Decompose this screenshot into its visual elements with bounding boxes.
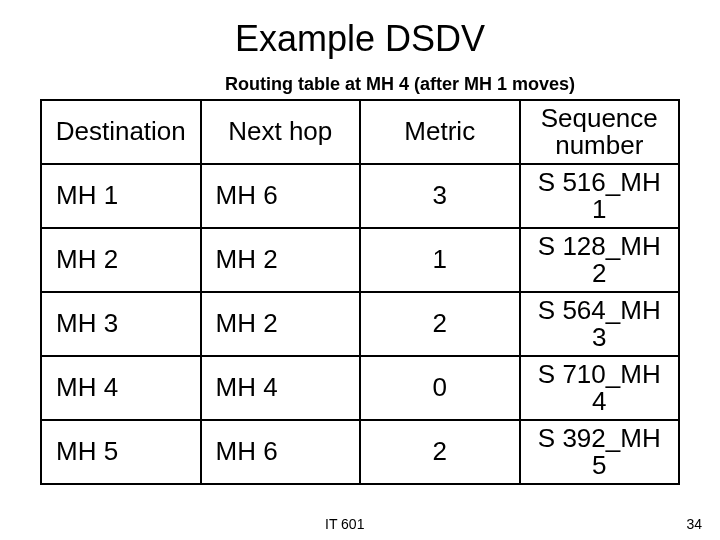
cell-destination: MH 3 (41, 292, 201, 356)
cell-next-hop: MH 4 (201, 356, 361, 420)
table-row: MH 3 MH 2 2 S 564_MH 3 (41, 292, 679, 356)
routing-table: Destination Next hop Metric Sequence num… (40, 99, 680, 485)
table-row: MH 4 MH 4 0 S 710_MH 4 (41, 356, 679, 420)
cell-metric: 0 (360, 356, 520, 420)
table-row: MH 1 MH 6 3 S 516_MH 1 (41, 164, 679, 228)
cell-metric: 2 (360, 420, 520, 484)
col-metric: Metric (360, 100, 520, 164)
col-destination: Destination (41, 100, 201, 164)
slide-title: Example DSDV (0, 0, 720, 60)
cell-destination: MH 4 (41, 356, 201, 420)
cell-metric: 2 (360, 292, 520, 356)
cell-sequence: S 710_MH 4 (520, 356, 680, 420)
cell-destination: MH 2 (41, 228, 201, 292)
footer-page-number: 34 (686, 516, 702, 532)
col-next-hop: Next hop (201, 100, 361, 164)
table-row: MH 5 MH 6 2 S 392_MH 5 (41, 420, 679, 484)
cell-destination: MH 5 (41, 420, 201, 484)
col-sequence: Sequence number (520, 100, 680, 164)
cell-next-hop: MH 6 (201, 420, 361, 484)
table-row: MH 2 MH 2 1 S 128_MH 2 (41, 228, 679, 292)
table-header-row: Destination Next hop Metric Sequence num… (41, 100, 679, 164)
cell-sequence: S 564_MH 3 (520, 292, 680, 356)
cell-next-hop: MH 6 (201, 164, 361, 228)
cell-next-hop: MH 2 (201, 292, 361, 356)
cell-sequence: S 516_MH 1 (520, 164, 680, 228)
slide-subtitle: Routing table at MH 4 (after MH 1 moves) (80, 74, 720, 95)
cell-sequence: S 392_MH 5 (520, 420, 680, 484)
cell-destination: MH 1 (41, 164, 201, 228)
cell-metric: 3 (360, 164, 520, 228)
cell-sequence: S 128_MH 2 (520, 228, 680, 292)
cell-metric: 1 (360, 228, 520, 292)
footer-course-code: IT 601 (325, 516, 364, 532)
cell-next-hop: MH 2 (201, 228, 361, 292)
